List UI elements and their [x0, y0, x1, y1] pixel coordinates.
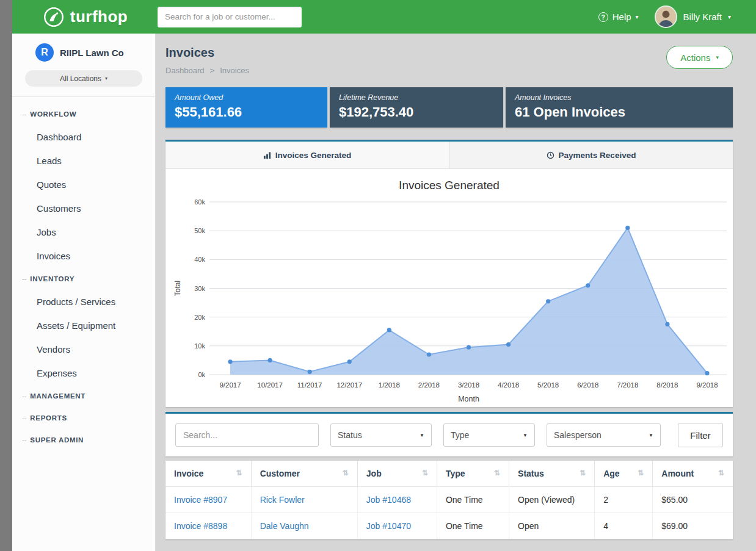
type-cell: One Time — [437, 487, 509, 513]
sort-icon[interactable]: ⇅ — [236, 469, 242, 477]
help-icon: ? — [598, 12, 608, 22]
turfhop-logo-icon — [42, 5, 65, 29]
locations-label: All Locations — [60, 74, 101, 83]
stat-card-amount-invoices: Amount Invoices61 Open Invoices — [506, 87, 733, 128]
body: R RIIPL Lawn Co All Locations ▾ --WORKFL… — [12, 34, 756, 551]
tree-dash-icon: -- — [22, 414, 26, 422]
brand[interactable]: turfhop — [12, 5, 158, 29]
sort-icon[interactable]: ⇅ — [422, 469, 428, 477]
svg-text:12/2017: 12/2017 — [336, 381, 362, 389]
column-label: Type — [446, 469, 465, 478]
select-status[interactable]: Status▼ — [330, 423, 432, 447]
breadcrumb-invoices: Invoices — [220, 66, 249, 75]
caret-down-icon: ▾ — [716, 55, 719, 60]
select-value: Salesperson — [554, 430, 602, 440]
select-value: Status — [338, 430, 362, 440]
svg-text:Total: Total — [173, 281, 182, 296]
amount-cell: $65.00 — [653, 487, 733, 513]
column-header-invoice[interactable]: Invoice⇅ — [165, 461, 251, 487]
chart-title: Invoices Generated — [165, 179, 733, 192]
svg-text:10/2017: 10/2017 — [257, 381, 283, 389]
column-header-job[interactable]: Job⇅ — [357, 461, 437, 487]
status-cell: Open (Viewed) — [509, 487, 595, 513]
sidebar-item-assets-equipment[interactable]: Assets / Equipment — [12, 314, 155, 337]
breadcrumb-dashboard[interactable]: Dashboard — [165, 66, 205, 75]
status-cell: Open — [509, 513, 595, 539]
customer-cell: Rick Fowler — [251, 487, 357, 513]
sidebar-section-label: WORKFLOW — [30, 110, 76, 118]
select-salesperson[interactable]: Salesperson▼ — [547, 423, 661, 447]
sidebar-item-leads[interactable]: Leads — [12, 149, 155, 173]
sidebar-section-inventory[interactable]: --INVENTORY — [12, 268, 155, 290]
svg-text:60k: 60k — [194, 198, 205, 206]
sort-icon[interactable]: ⇅ — [494, 469, 500, 477]
table-search-input[interactable] — [175, 423, 319, 447]
sidebar-section-workflow[interactable]: --WORKFLOW — [12, 103, 155, 125]
sidebar-item-invoices[interactable]: Invoices — [12, 244, 155, 268]
sidebar-item-customers[interactable]: Customers — [12, 196, 155, 220]
sidebar-nav: --WORKFLOWDashboardLeadsQuotesCustomersJ… — [12, 97, 155, 451]
sidebar-item-quotes[interactable]: Quotes — [12, 173, 155, 196]
column-label: Customer — [260, 469, 300, 478]
brand-name: turfhop — [70, 7, 128, 26]
select-type[interactable]: Type▼ — [443, 423, 535, 447]
page: turfhop ? Help ▾ Billy Kraft ▾ — [0, 0, 756, 551]
stat-label: Lifetime Revenue — [339, 93, 494, 102]
filter-bar: Status▼Type▼Salesperson▼ Filter — [165, 412, 733, 456]
filter-button[interactable]: Filter — [678, 423, 723, 447]
svg-text:20k: 20k — [194, 314, 205, 321]
sidebar-item-products-services[interactable]: Products / Services — [12, 290, 155, 314]
stat-label: Amount Owed — [175, 93, 318, 102]
column-label: Age — [603, 469, 619, 478]
help-label: Help — [612, 12, 631, 22]
topbar-right: ? Help ▾ Billy Kraft ▾ — [598, 5, 756, 28]
column-header-customer[interactable]: Customer⇅ — [251, 461, 357, 487]
invoice-cell: Invoice #8907 — [165, 487, 251, 513]
column-label: Amount — [661, 469, 694, 478]
sort-icon[interactable]: ⇅ — [638, 469, 644, 477]
sidebar-item-expenses[interactable]: Expenses — [12, 361, 155, 385]
svg-text:9/2017: 9/2017 — [219, 381, 241, 389]
column-header-type[interactable]: Type⇅ — [437, 461, 509, 487]
column-header-amount[interactable]: Amount⇅ — [653, 461, 733, 487]
tab-payments-received[interactable]: Payments Received — [449, 142, 733, 168]
sort-icon[interactable]: ⇅ — [343, 469, 349, 477]
help-menu[interactable]: ? Help ▾ — [598, 12, 639, 22]
sidebar-section-super-admin[interactable]: --SUPER ADMIN — [12, 429, 155, 451]
customer-link[interactable]: Rick Fowler — [260, 495, 305, 505]
tab-invoices-generated[interactable]: Invoices Generated — [165, 142, 449, 168]
locations-selector[interactable]: All Locations ▾ — [25, 70, 142, 87]
caret-down-icon: ▼ — [420, 433, 424, 438]
svg-text:50k: 50k — [194, 227, 205, 234]
customer-link[interactable]: Dale Vaughn — [260, 521, 309, 531]
svg-text:40k: 40k — [194, 256, 205, 263]
svg-text:4/2018: 4/2018 — [498, 381, 519, 389]
invoices-table: Invoice⇅Customer⇅Job⇅Type⇅Status⇅Age⇅Amo… — [165, 461, 733, 539]
sidebar-item-dashboard[interactable]: Dashboard — [12, 125, 155, 149]
invoices-table-card: Invoice⇅Customer⇅Job⇅Type⇅Status⇅Age⇅Amo… — [165, 461, 733, 539]
user-menu[interactable]: Billy Kraft ▾ — [655, 5, 731, 28]
svg-text:2/2018: 2/2018 — [418, 381, 440, 389]
sidebar-section-reports[interactable]: --REPORTS — [12, 407, 155, 429]
sort-icon[interactable]: ⇅ — [718, 469, 724, 477]
column-header-age[interactable]: Age⇅ — [595, 461, 653, 487]
sidebar-section-management[interactable]: --MANAGEMENT — [12, 385, 155, 407]
type-cell: One Time — [437, 513, 509, 539]
company[interactable]: R RIIPL Lawn Co — [12, 43, 155, 62]
tab-label: Invoices Generated — [275, 151, 352, 160]
actions-button[interactable]: Actions ▾ — [666, 46, 733, 69]
sidebar: R RIIPL Lawn Co All Locations ▾ --WORKFL… — [12, 34, 156, 551]
invoice-link[interactable]: Invoice #8907 — [174, 495, 227, 505]
tab-label: Payments Received — [559, 151, 636, 160]
job-link[interactable]: Job #10470 — [366, 521, 411, 531]
sidebar-item-vendors[interactable]: Vendors — [12, 337, 155, 361]
invoice-link[interactable]: Invoice #8898 — [174, 521, 227, 531]
invoice-cell: Invoice #8898 — [165, 513, 251, 539]
global-search-input[interactable] — [158, 7, 302, 27]
sort-icon[interactable]: ⇅ — [580, 469, 586, 477]
job-link[interactable]: Job #10468 — [366, 495, 411, 505]
stat-label: Amount Invoices — [515, 93, 724, 102]
sidebar-item-jobs[interactable]: Jobs — [12, 220, 155, 244]
column-header-status[interactable]: Status⇅ — [509, 461, 595, 487]
invoices-generated-chart: 0k10k20k30k40k50k60k9/201710/201711/2017… — [165, 193, 732, 406]
